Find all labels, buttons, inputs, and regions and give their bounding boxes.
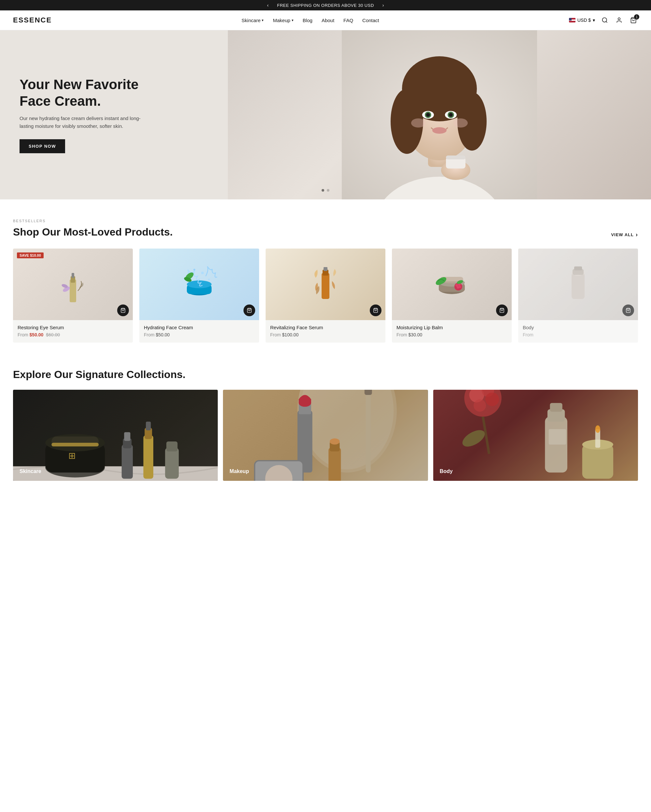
product-image-face-serum — [266, 249, 385, 320]
save-badge-eye-serum: SAVE $10.00 — [17, 252, 44, 258]
svg-rect-71 — [146, 421, 151, 430]
header-right: USD $ ▾ 1 — [569, 15, 638, 25]
face-serum-illustration — [309, 263, 342, 305]
body-illustration — [564, 263, 593, 305]
cart-badge: 1 — [634, 14, 639, 20]
svg-point-104 — [595, 425, 600, 433]
hero-background — [228, 30, 651, 199]
product-card-face-cream[interactable]: Hydrating Face Cream From $50.00 — [139, 249, 259, 343]
svg-rect-103 — [595, 429, 600, 448]
skincare-collection-illustration: ⊞ — [13, 390, 218, 481]
svg-rect-19 — [446, 156, 466, 159]
svg-point-77 — [301, 390, 394, 469]
svg-rect-59 — [13, 390, 218, 481]
product-info-lip-balm: Moisturizing Lip Balm From $30.00 — [392, 320, 512, 343]
section-label-bestsellers: BESTSELLERS — [13, 219, 638, 223]
collection-label-makeup: Makeup — [229, 469, 249, 474]
makeup-collection-illustration — [223, 390, 428, 481]
svg-point-30 — [187, 281, 212, 288]
bestsellers-section: BESTSELLERS Shop Our Most-Loved Products… — [0, 199, 651, 362]
product-image-face-cream — [139, 249, 259, 320]
account-btn[interactable] — [614, 15, 623, 25]
account-icon — [616, 17, 622, 23]
svg-rect-72 — [165, 448, 179, 479]
announcement-text: FREE SHIPPING ON ORDERS ABOVE 30 USD — [277, 3, 374, 8]
svg-rect-68 — [124, 432, 130, 441]
svg-rect-84 — [366, 390, 371, 472]
collection-card-skincare[interactable]: ⊞ Skincare — [13, 390, 218, 481]
svg-point-95 — [474, 399, 486, 412]
product-info-face-serum: Revitalizing Face Serum From $100.00 — [266, 320, 385, 343]
svg-rect-37 — [322, 273, 329, 299]
svg-rect-54 — [572, 273, 585, 299]
product-card-face-serum[interactable]: Revitalizing Face Serum From $100.00 — [266, 249, 385, 343]
hero-model-illustration — [228, 30, 651, 199]
svg-point-63 — [45, 434, 105, 451]
svg-point-89 — [330, 438, 340, 445]
nav-skincare[interactable]: Skincare — [241, 18, 264, 23]
add-to-cart-lip-balm[interactable] — [496, 304, 508, 316]
svg-rect-79 — [299, 403, 311, 414]
svg-rect-100 — [549, 429, 566, 445]
product-card-lip-balm[interactable]: Moisturizing Lip Balm From $30.00 — [392, 249, 512, 343]
svg-point-50 — [457, 286, 459, 288]
main-nav: Skincare Makeup Blog About FAQ Contact — [241, 18, 379, 23]
collections-grid: ⊞ Skincare — [13, 390, 638, 481]
nav-faq[interactable]: FAQ — [344, 18, 353, 23]
collections-title: Explore Our Signature Collections. — [13, 369, 638, 381]
announcement-next-btn[interactable]: › — [381, 3, 386, 8]
cart-plus-icon-3 — [373, 308, 378, 313]
hero-title: Your New Favorite Face Cream. — [20, 76, 143, 109]
view-all-link[interactable]: VIEW ALL — [611, 231, 638, 238]
flag-icon — [569, 18, 576, 23]
currency-selector[interactable]: USD $ ▾ — [569, 18, 595, 23]
cart-btn[interactable]: 1 — [629, 15, 638, 25]
search-btn[interactable] — [600, 15, 609, 25]
nav-contact[interactable]: Contact — [362, 18, 379, 23]
collection-card-body-collection[interactable]: Body — [433, 390, 638, 481]
svg-rect-73 — [167, 441, 177, 452]
hero-dot-2[interactable] — [327, 189, 329, 192]
svg-rect-69 — [143, 435, 153, 479]
announcement-prev-btn[interactable]: ‹ — [265, 3, 271, 8]
hero-description: Our new hydrating face cream delivers in… — [20, 114, 143, 130]
collection-card-makeup[interactable]: Makeup — [223, 390, 428, 481]
product-image-body — [518, 249, 638, 320]
svg-rect-99 — [550, 403, 562, 412]
svg-rect-87 — [329, 448, 341, 481]
add-to-cart-face-serum[interactable] — [370, 304, 382, 316]
product-price-body: From — [523, 332, 633, 337]
nav-makeup[interactable]: Makeup — [273, 18, 293, 23]
svg-rect-39 — [324, 267, 327, 271]
svg-point-16 — [432, 127, 446, 134]
svg-rect-97 — [545, 417, 567, 473]
hero-dot-1[interactable] — [322, 189, 324, 192]
add-to-cart-eye-serum[interactable] — [117, 304, 129, 316]
nav-blog[interactable]: Blog — [303, 18, 312, 23]
svg-point-102 — [582, 440, 613, 450]
product-name-body: Body — [523, 325, 633, 330]
product-price-lip-balm: From $30.00 — [396, 332, 507, 337]
hero-cta-button[interactable]: SHOP NOW — [20, 139, 65, 153]
nav-about[interactable]: About — [322, 18, 334, 23]
svg-point-94 — [485, 392, 499, 406]
product-price-face-cream: From $50.00 — [144, 332, 255, 337]
announcement-bar: ‹ FREE SHIPPING ON ORDERS ABOVE 30 USD › — [0, 0, 651, 11]
svg-rect-64 — [52, 437, 99, 447]
product-card-body[interactable]: Body From — [518, 249, 638, 343]
svg-rect-85 — [365, 390, 372, 395]
svg-point-61 — [45, 458, 105, 478]
svg-rect-24 — [72, 273, 74, 278]
product-name-lip-balm: Moisturizing Lip Balm — [396, 325, 507, 330]
add-to-cart-body[interactable] — [622, 304, 634, 316]
section-title-bestsellers: Shop Our Most-Loved Products. — [13, 226, 173, 238]
product-name-face-serum: Revitalizing Face Serum — [270, 325, 381, 330]
product-image-lip-balm — [392, 249, 512, 320]
cart-plus-icon-5 — [626, 308, 631, 313]
cart-plus-icon-2 — [247, 308, 252, 313]
product-card-eye-serum[interactable]: SAVE $10.00 — [13, 249, 133, 343]
face-cream-illustration — [180, 263, 219, 305]
add-to-cart-face-cream[interactable] — [243, 304, 255, 316]
svg-rect-60 — [13, 466, 218, 481]
site-logo[interactable]: ESSENCE — [13, 16, 52, 24]
